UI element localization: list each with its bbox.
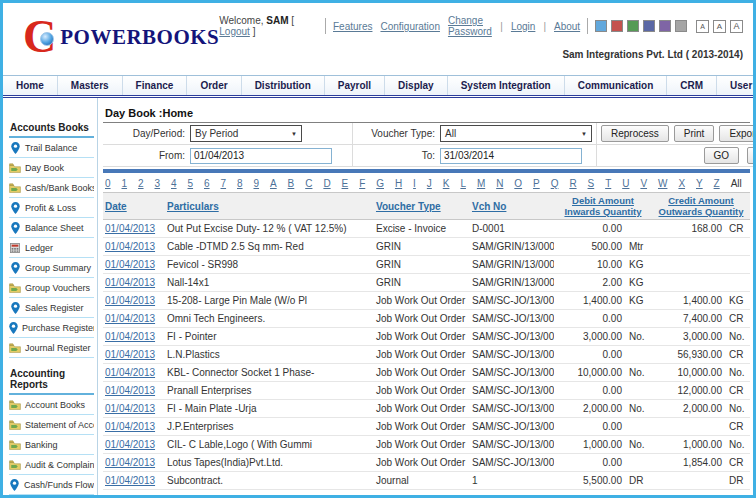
pagination-link-d[interactable]: D [323, 178, 330, 189]
pagination-link-e[interactable]: E [342, 178, 349, 189]
date-link[interactable]: 01/04/2013 [105, 295, 155, 306]
date-link[interactable]: 01/04/2013 [105, 313, 155, 324]
pagination-link-k[interactable]: K [443, 178, 450, 189]
day-period-select[interactable]: By Period ▼ [190, 125, 302, 142]
sidebar-item-trail-balance[interactable]: Trail Balance [9, 138, 94, 158]
pagination-link-7[interactable]: 7 [221, 178, 227, 189]
pagination-link-f[interactable]: F [359, 178, 365, 189]
nav-item-system-integration[interactable]: System Integration [448, 76, 565, 95]
sidebar-item-group-vouchers[interactable]: Group Vouchers [9, 278, 94, 298]
date-link[interactable]: 01/04/2013 [105, 385, 155, 396]
export-button[interactable]: Export [719, 125, 753, 142]
pagination-link-j[interactable]: J [427, 178, 432, 189]
nav-item-crm[interactable]: CRM [667, 76, 717, 95]
go-button[interactable]: GO [704, 147, 740, 164]
pagination-link-3[interactable]: 3 [155, 178, 161, 189]
color-swatch-2[interactable] [611, 20, 623, 32]
print-button[interactable]: Print [674, 125, 715, 142]
col-header-credit[interactable]: Credit AmountOutwards Quantity [659, 195, 744, 217]
sidebar-item-audit-complaince[interactable]: Audit & Complaince [9, 455, 94, 475]
pagination-link-r[interactable]: R [569, 178, 576, 189]
date-link[interactable]: 01/04/2013 [105, 223, 155, 234]
sidebar-item-profit-loss[interactable]: Profit & Loss [9, 198, 94, 218]
nav-item-order[interactable]: Order [187, 76, 241, 95]
pagination-link-1[interactable]: 1 [122, 178, 128, 189]
nav-item-distribution[interactable]: Distribution [242, 76, 325, 95]
pagination-link-v[interactable]: V [640, 178, 647, 189]
header-link-configuration[interactable]: Configuration [380, 21, 439, 32]
sidebar-item-journal-register[interactable]: Journal Register [9, 338, 94, 358]
header-link-features[interactable]: Features [333, 21, 372, 32]
nav-item-communication[interactable]: Communication [565, 76, 668, 95]
pagination-link-w[interactable]: W [658, 178, 667, 189]
color-swatch-3[interactable] [627, 20, 639, 32]
font-size-button-1[interactable]: A [696, 20, 709, 33]
date-link[interactable]: 01/04/2013 [105, 259, 155, 270]
pagination-link-z[interactable]: Z [714, 178, 720, 189]
nav-item-payroll[interactable]: Payroll [325, 76, 385, 95]
date-link[interactable]: 01/04/2013 [105, 367, 155, 378]
pagination-link-o[interactable]: O [514, 178, 522, 189]
pagination-all[interactable]: All [731, 178, 742, 189]
pagination-link-l[interactable]: L [460, 178, 466, 189]
pagination-link-4[interactable]: 4 [171, 178, 177, 189]
sidebar-item-purchase-register[interactable]: Purchase Register [9, 318, 94, 338]
date-link[interactable]: 01/04/2013 [105, 241, 155, 252]
pagination-link-n[interactable]: N [496, 178, 503, 189]
voucher-type-select[interactable]: All ▼ [440, 125, 592, 142]
color-swatch-1[interactable] [595, 20, 607, 32]
date-link[interactable]: 01/04/2013 [105, 457, 155, 468]
col-header-particulars[interactable]: Particulars [167, 201, 219, 212]
pagination-link-b[interactable]: B [288, 178, 295, 189]
font-size-button-3[interactable]: A [730, 20, 743, 33]
pagination-link-9[interactable]: 9 [254, 178, 260, 189]
pagination-link-t[interactable]: T [605, 178, 611, 189]
pagination-link-m[interactable]: M [477, 178, 485, 189]
pagination-link-a[interactable]: A [270, 178, 277, 189]
date-link[interactable]: 01/04/2013 [105, 475, 155, 486]
date-link[interactable]: 01/04/2013 [105, 277, 155, 288]
reprocess-button[interactable]: Reprocess [601, 125, 669, 142]
sidebar-item-day-book[interactable]: Day Book [9, 158, 94, 178]
date-link[interactable]: 01/04/2013 [105, 349, 155, 360]
pagination-link-2[interactable]: 2 [138, 178, 144, 189]
nav-item-finance[interactable]: Finance [123, 76, 188, 95]
pagination-link-8[interactable]: 8 [237, 178, 243, 189]
col-header-debit[interactable]: Debit AmountInwards Quantity [564, 195, 641, 217]
nav-item-display[interactable]: Display [385, 76, 448, 95]
color-swatch-4[interactable] [643, 20, 655, 32]
sidebar-item-account-books[interactable]: Account Books [9, 395, 94, 415]
pagination-link-g[interactable]: G [376, 178, 384, 189]
sidebar-item-ledger[interactable]: Ledger [9, 238, 94, 258]
pagination-link-c[interactable]: C [305, 178, 312, 189]
col-header-vch-no[interactable]: Vch No [472, 201, 506, 212]
pagination-link-u[interactable]: U [622, 178, 629, 189]
from-date-input[interactable] [190, 148, 332, 164]
sidebar-item-group-summary[interactable]: Group Summary [9, 258, 94, 278]
font-size-button-2[interactable]: A [713, 20, 726, 33]
detailed-button[interactable]: Detailed [747, 147, 753, 164]
pagination-link-x[interactable]: X [678, 178, 685, 189]
pagination-link-5[interactable]: 5 [188, 178, 194, 189]
date-link[interactable]: 01/04/2013 [105, 331, 155, 342]
nav-item-home[interactable]: Home [3, 76, 58, 95]
col-header-date[interactable]: Date [105, 201, 127, 212]
header-link-login[interactable]: Login [511, 21, 535, 32]
nav-item-user[interactable]: User [717, 76, 756, 95]
header-link-about[interactable]: About [554, 21, 580, 32]
pagination-link-s[interactable]: S [588, 178, 595, 189]
sidebar-item-balance-sheet[interactable]: Balance Sheet [9, 218, 94, 238]
pagination-link-q[interactable]: Q [551, 178, 559, 189]
pagination-link-p[interactable]: P [533, 178, 540, 189]
date-link[interactable]: 01/04/2013 [105, 439, 155, 450]
pagination-link-y[interactable]: Y [696, 178, 703, 189]
logout-link[interactable]: Logout [219, 26, 250, 37]
header-link-change-password[interactable]: Change Password [448, 15, 492, 37]
pagination-link-h[interactable]: H [395, 178, 402, 189]
sidebar-item-cash-funds-flow[interactable]: Cash/Funds Flow [9, 475, 94, 495]
color-swatch-6[interactable] [675, 20, 687, 32]
pagination-link-0[interactable]: 0 [105, 178, 111, 189]
date-link[interactable]: 01/04/2013 [105, 403, 155, 414]
sidebar-item-banking[interactable]: Banking [9, 435, 94, 455]
pagination-link-6[interactable]: 6 [204, 178, 210, 189]
